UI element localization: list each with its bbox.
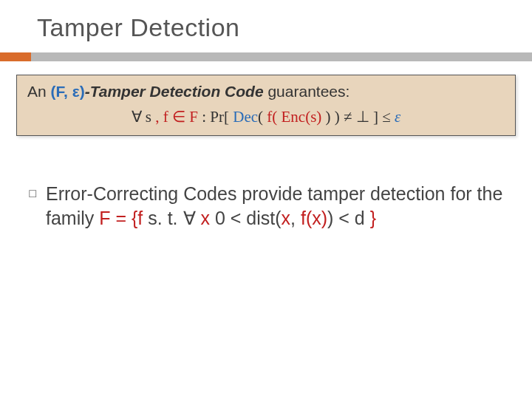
bullet-x2: x bbox=[282, 208, 291, 228]
bullet-cond-close: ) < d bbox=[327, 208, 370, 228]
formula-pr-open: : Pr[ bbox=[198, 108, 233, 126]
formula-eps: ε bbox=[395, 108, 400, 126]
accent-gray bbox=[31, 52, 532, 61]
def-tdc: -Tamper Detection Code bbox=[85, 83, 268, 100]
bullet-x: x bbox=[200, 208, 210, 228]
def-f-eps: (F, ε) bbox=[51, 83, 85, 100]
def-an: An bbox=[27, 83, 51, 100]
formula-forall-s: ∀ s bbox=[132, 108, 156, 126]
bullet-st: s. t. bbox=[143, 208, 183, 228]
page-title: Tamper Detection bbox=[37, 13, 532, 42]
formula-f-enc: f( Enc(s) bbox=[267, 108, 321, 126]
bullet-square-icon: ◻ bbox=[28, 186, 37, 200]
bullet-forall: ∀ bbox=[183, 208, 196, 228]
bullet-item: ◻ Error-Correcting Codes provide tamper … bbox=[0, 182, 532, 231]
definition-heading: An (F, ε)-Tamper Detection Code guarante… bbox=[27, 83, 505, 100]
bullet-text: Error-Correcting Codes provide tamper de… bbox=[46, 182, 507, 231]
bullet-cond-open: 0 < dist( bbox=[210, 208, 282, 228]
definition-box: An (F, ε)-Tamper Detection Code guarante… bbox=[16, 75, 516, 136]
def-guarantees: guarantees: bbox=[267, 83, 349, 100]
definition-formula: ∀ s , f ∈ F : Pr[ Dec( f( Enc(s) ) ) ≠ ⊥… bbox=[27, 108, 505, 126]
title-accent-bar bbox=[0, 52, 532, 61]
formula-f-in-F: , f ∈ F bbox=[155, 108, 198, 126]
accent-orange bbox=[0, 52, 31, 61]
bullet-comma: , bbox=[290, 208, 301, 228]
formula-dec: Dec bbox=[233, 108, 258, 126]
formula-close2: ) ) ≠ ⊥ ] ≤ bbox=[321, 108, 395, 126]
bullet-F-equals: F = bbox=[99, 208, 132, 228]
bullet-brace-close: } bbox=[370, 208, 376, 228]
bullet-fx: f(x) bbox=[301, 208, 327, 228]
formula-open2: ( bbox=[258, 108, 267, 126]
